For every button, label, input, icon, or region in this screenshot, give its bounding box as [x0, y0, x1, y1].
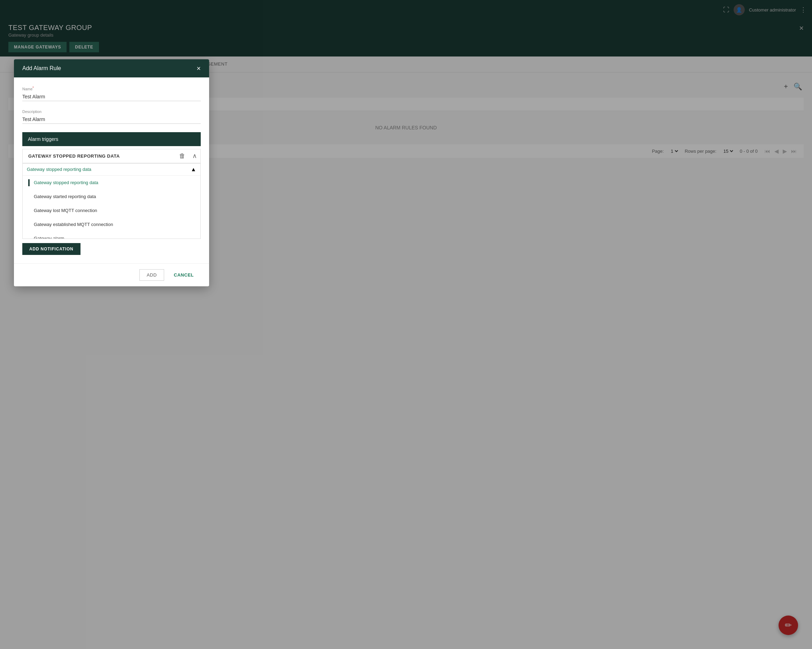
delete-trigger-button[interactable]: 🗑 — [176, 149, 189, 162]
trigger-actions: 🗑 ∧ — [176, 149, 200, 162]
dropdown-item-1[interactable]: Gateway started reporting data — [23, 190, 200, 204]
dialog-overlay: Add Alarm Rule × Name* Description Alarm… — [0, 0, 812, 649]
dropdown-selected-text: Gateway stopped reporting data — [27, 167, 191, 172]
dropdown-up-icon: ▲ — [191, 166, 196, 173]
trigger-dropdown: Gateway stopped reporting data ▲ Gateway… — [22, 163, 201, 239]
dropdown-item-4[interactable]: Gateway alarm — [23, 231, 200, 239]
trigger-item: GATEWAY STOPPED REPORTING DATA 🗑 ∧ — [22, 149, 201, 163]
description-label: Description — [22, 110, 201, 114]
dialog-header: Add Alarm Rule × — [14, 59, 209, 77]
dialog-close-button[interactable]: × — [197, 65, 201, 72]
dialog-title: Add Alarm Rule — [22, 65, 61, 72]
description-field: Description — [22, 110, 201, 124]
dropdown-item-0[interactable]: Gateway stopped reporting data — [23, 176, 200, 190]
dialog-body: Name* Description Alarm triggers GATEWAY… — [14, 77, 209, 263]
name-input[interactable] — [22, 92, 201, 101]
dropdown-selected[interactable]: Gateway stopped reporting data ▲ — [23, 164, 200, 176]
alarm-triggers-section: Alarm triggers GATEWAY STOPPED REPORTING… — [22, 132, 201, 255]
add-notification-button[interactable]: ADD NOTIFICATION — [22, 243, 81, 255]
description-input[interactable] — [22, 115, 201, 124]
name-field: Name* — [22, 86, 201, 101]
add-alarm-rule-dialog: Add Alarm Rule × Name* Description Alarm… — [14, 59, 209, 286]
cancel-button[interactable]: CANCEL — [167, 269, 201, 281]
alarm-triggers-header: Alarm triggers — [22, 132, 201, 146]
dropdown-item-2[interactable]: Gateway lost MQTT connection — [23, 204, 200, 217]
dropdown-list[interactable]: Gateway stopped reporting data Gateway s… — [23, 176, 200, 239]
dialog-footer: ADD CANCEL — [14, 263, 209, 286]
add-button[interactable]: ADD — [139, 269, 164, 281]
name-label: Name* — [22, 86, 201, 91]
trigger-item-label: GATEWAY STOPPED REPORTING DATA — [23, 149, 176, 163]
collapse-trigger-button[interactable]: ∧ — [189, 149, 200, 162]
dropdown-item-3[interactable]: Gateway established MQTT connection — [23, 217, 200, 231]
